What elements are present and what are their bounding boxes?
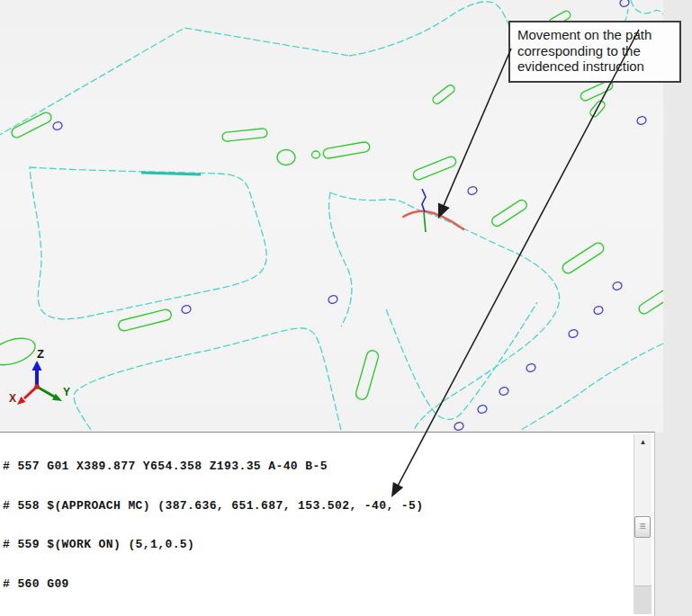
gcode-panel[interactable]: # 557 G01 X389.877 Y654.358 Z193.35 A-40… bbox=[0, 432, 655, 616]
vertical-scrollbar[interactable]: ▲ ≡ bbox=[634, 434, 652, 614]
z-axis-arrow-icon bbox=[32, 361, 42, 370]
gcode-listing[interactable]: # 557 G01 X389.877 Y654.358 Z193.35 A-40… bbox=[0, 434, 633, 616]
gcode-line[interactable]: # 558 $(APPROACH MC) (387.636, 651.687, … bbox=[0, 500, 633, 513]
scrollbar-bottom-corner bbox=[634, 585, 652, 614]
scroll-up-button[interactable]: ▲ bbox=[634, 434, 652, 451]
thumb-grip-icon: ≡ bbox=[639, 520, 645, 532]
evidenced-move-highlight[interactable] bbox=[403, 211, 463, 229]
callout-line: evidenced instruction bbox=[517, 58, 679, 75]
cam-software-window: Z Y X Movement on the path corresponding… bbox=[0, 0, 692, 616]
gcode-line[interactable]: # 560 G09 bbox=[0, 578, 633, 592]
y-axis-label: Y bbox=[63, 386, 70, 398]
axis-triad: Z Y X bbox=[9, 347, 70, 405]
x-axis-label: X bbox=[9, 392, 16, 405]
gcode-line[interactable]: # 559 $(WORK ON) (5,1,0.5) bbox=[0, 539, 633, 552]
callout-line: corresponding to the bbox=[517, 43, 679, 59]
z-axis-label: Z bbox=[37, 347, 44, 361]
callout-line: Movement on the path bbox=[517, 27, 679, 43]
gcode-line[interactable]: # 557 G01 X389.877 Y654.358 Z193.35 A-40… bbox=[0, 460, 633, 474]
annotation-callout: Movement on the path corresponding to th… bbox=[508, 21, 681, 83]
scroll-up-icon: ▲ bbox=[640, 438, 647, 446]
scrollbar-thumb[interactable]: ≡ bbox=[634, 516, 651, 538]
machined-segment-teal bbox=[141, 173, 201, 174]
